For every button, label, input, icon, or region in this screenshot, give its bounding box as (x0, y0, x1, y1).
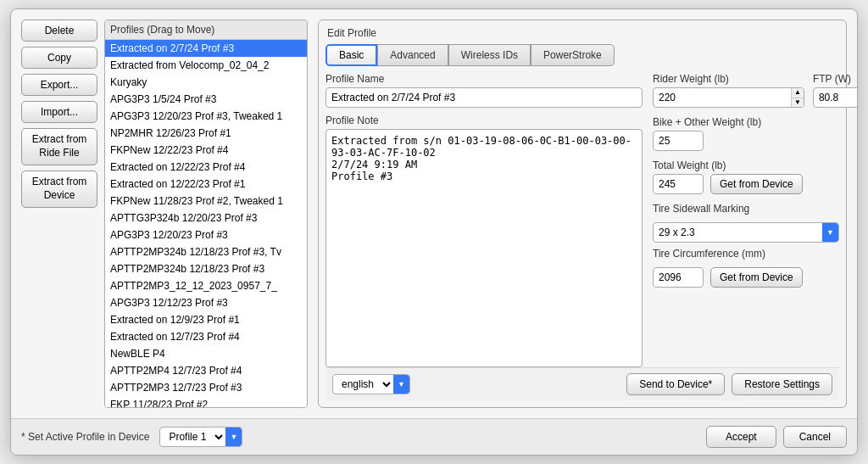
tab-wireless-ids[interactable]: Wireless IDs (448, 44, 531, 66)
list-item[interactable]: APTTP2MP4 12/7/23 Prof #4 (105, 362, 307, 379)
total-weight-label: Total Weight (lb) (653, 159, 839, 171)
list-item[interactable]: Extracted on 12/9/23 Prof #1 (105, 311, 307, 328)
list-item[interactable]: Extracted on 12/7/23 Prof #4 (105, 328, 307, 345)
rider-weight-spinner: ▲ ▼ (653, 87, 804, 108)
list-item[interactable]: NP2MHR 12/26/23 Prof #1 (105, 125, 307, 142)
list-item[interactable]: APG3P3 12/12/23 Prof #3 (105, 294, 307, 311)
rider-weight-up[interactable]: ▲ (792, 88, 804, 98)
import-button[interactable]: Import... (21, 101, 97, 123)
delete-button[interactable]: Delete (21, 20, 97, 42)
profile-note-label: Profile Note (326, 115, 643, 126)
list-item[interactable]: Extracted on 12/22/23 Prof #4 (105, 159, 307, 176)
rider-weight-arrows: ▲ ▼ (791, 88, 804, 107)
list-item[interactable]: Kuryaky (105, 74, 307, 91)
edit-profile-title: Edit Profile (327, 27, 839, 39)
restore-settings-button[interactable]: Restore Settings (732, 373, 832, 395)
profile-name-label: Profile Name (326, 73, 643, 85)
total-weight-get-device-button[interactable]: Get from Device (710, 174, 803, 194)
list-item[interactable]: FKPNew 12/22/23 Prof #4 (105, 142, 307, 159)
action-buttons: Delete Copy Export... Import... Extract … (21, 20, 97, 408)
rider-weight-down[interactable]: ▼ (792, 98, 804, 108)
tab-content: Profile Name Profile Note Rider Weight (… (326, 73, 839, 367)
send-to-device-button[interactable]: Send to Device* (626, 373, 725, 395)
list-item[interactable]: Extracted from Velocomp_02_04_2 (105, 57, 307, 74)
tire-sidewall-select[interactable]: 29 x 2.3 (654, 225, 822, 240)
profile-name-group: Profile Name (326, 73, 643, 108)
ftp-input[interactable] (814, 90, 857, 105)
rider-weight-group: Rider Weight (lb) ▲ ▼ (653, 73, 804, 108)
bike-weight-input[interactable] (654, 133, 704, 148)
bike-weight-label: Bike + Other Weight (lb) (653, 116, 839, 128)
total-weight-group: Total Weight (lb) ▲ ▼ Get from Device (653, 159, 839, 194)
left-panel: Delete Copy Export... Import... Extract … (21, 20, 308, 408)
tab-basic[interactable]: Basic (326, 44, 377, 66)
tire-sidewall-label: Tire Sidewall Marking (653, 203, 839, 215)
list-item[interactable]: APG3P3 12/20/23 Prof #3, Tweaked 1 (105, 108, 307, 125)
active-profile-chevron-icon: ▼ (225, 428, 242, 446)
tab-advanced[interactable]: Advanced (377, 44, 448, 66)
tire-circ-get-device-button[interactable]: Get from Device (710, 267, 803, 288)
bike-weight-group: Bike + Other Weight (lb) ▲ ▼ (653, 116, 839, 151)
set-active-profile-label: * Set Active Profile in Device (21, 431, 149, 443)
tire-circ-row: ▲ ▼ Get from Device (653, 267, 839, 288)
accept-button[interactable]: Accept (706, 426, 776, 448)
list-item[interactable]: APG3P3 12/20/23 Prof #3 (105, 226, 307, 243)
ftp-group: FTP (W) ▲ ▼ (813, 73, 857, 108)
total-weight-row: ▲ ▼ Get from Device (653, 174, 839, 194)
list-item[interactable]: APTTG3P324b 12/20/23 Prof #3 (105, 210, 307, 226)
profile-note-group: Profile Note (326, 115, 643, 367)
export-button[interactable]: Export... (21, 74, 97, 96)
dialog-footer: * Set Active Profile in Device Profile 1… (11, 418, 857, 455)
tire-circ-label: Tire Circumference (mm) (653, 248, 839, 260)
list-item[interactable]: FKPNew 11/28/23 Prof #2, Tweaked 1 (105, 193, 307, 210)
tire-section: Tire Sidewall Marking 29 x 2.3 ▼ Tire Ci… (653, 203, 839, 288)
list-item[interactable]: NewBLE P4 (105, 345, 307, 362)
tire-sidewall-select-container[interactable]: 29 x 2.3 ▼ (653, 222, 839, 243)
language-select[interactable]: english (333, 376, 393, 393)
main-dialog: Delete Copy Export... Import... Extract … (10, 8, 858, 456)
profiles-list-container[interactable]: Profiles (Drag to Move) Extracted on 2/7… (104, 20, 308, 408)
weight-row: Rider Weight (lb) ▲ ▼ FTP (W) (653, 73, 839, 108)
language-chevron-icon: ▼ (393, 375, 409, 394)
profiles-list: Extracted on 2/7/24 Prof #3Extracted fro… (105, 40, 307, 408)
profile-select-container[interactable]: Profile 1 ▼ (159, 427, 242, 447)
bike-weight-spinner: ▲ ▼ (653, 131, 704, 151)
extract-ride-button[interactable]: Extract from Ride File (21, 128, 97, 165)
tire-sidewall-chevron-icon: ▼ (822, 223, 838, 242)
list-item[interactable]: APTTP2MP3 12/7/23 Prof #3 (105, 379, 307, 396)
tabs-bar: Basic Advanced Wireless IDs PowerStroke (326, 44, 839, 66)
dialog-body: Delete Copy Export... Import... Extract … (11, 9, 857, 418)
ftp-label: FTP (W) (813, 73, 857, 85)
profiles-header: Profiles (Drag to Move) (105, 20, 307, 40)
list-item[interactable]: Extracted on 2/7/24 Prof #3 (105, 40, 307, 57)
list-item[interactable]: APTTP2MP3_12_12_2023_0957_7_ (105, 277, 307, 294)
tab-right: Rider Weight (lb) ▲ ▼ FTP (W) (653, 73, 839, 367)
active-profile-select[interactable]: Profile 1 (160, 428, 225, 445)
bottom-bar: english ▼ Send to Device* Restore Settin… (326, 367, 839, 400)
total-weight-input[interactable] (654, 176, 704, 192)
profile-name-input[interactable] (326, 87, 643, 108)
rider-weight-label: Rider Weight (lb) (653, 73, 804, 85)
list-item[interactable]: Extracted on 12/22/23 Prof #1 (105, 176, 307, 193)
total-weight-spinner: ▲ ▼ (653, 174, 704, 194)
tire-circ-spinner: ▲ ▼ (653, 267, 704, 288)
rider-weight-input[interactable] (654, 90, 791, 105)
list-item[interactable]: APG3P3 1/5/24 Prof #3 (105, 91, 307, 108)
copy-button[interactable]: Copy (21, 47, 97, 69)
right-panel: Edit Profile Basic Advanced Wireless IDs… (318, 20, 847, 408)
extract-device-button[interactable]: Extract from Device (21, 171, 97, 208)
list-item[interactable]: APTTP2MP324b 12/18/23 Prof #3, Tv (105, 243, 307, 260)
ftp-spinner: ▲ ▼ (813, 87, 857, 108)
tab-left: Profile Name Profile Note (326, 73, 643, 367)
tab-powerstroke[interactable]: PowerStroke (531, 44, 615, 66)
cancel-button[interactable]: Cancel (783, 426, 847, 448)
language-select-container[interactable]: english ▼ (332, 374, 410, 394)
tire-circ-input[interactable] (654, 270, 704, 285)
profile-note-textarea[interactable] (326, 129, 643, 367)
list-item[interactable]: FKP 11/28/23 Prof #2 (105, 396, 307, 408)
list-item[interactable]: APTTP2MP324b 12/18/23 Prof #3 (105, 260, 307, 277)
